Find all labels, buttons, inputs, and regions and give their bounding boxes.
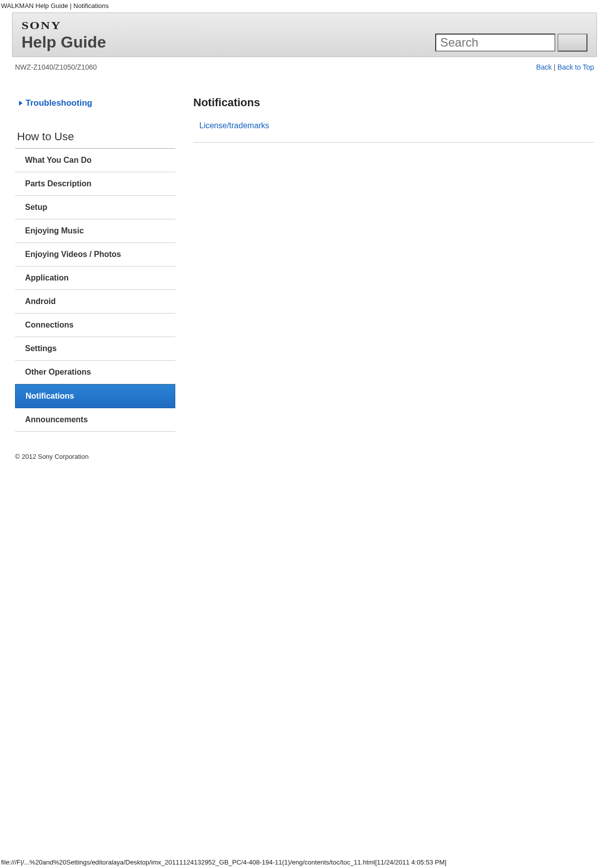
- content-row: Troubleshooting How to Use What You Can …: [12, 76, 597, 437]
- back-link[interactable]: Back: [536, 63, 552, 71]
- sidebar-item-application[interactable]: Application: [15, 266, 175, 290]
- search-input[interactable]: [435, 34, 555, 52]
- page-container: SONY Help Guide NWZ-Z1040/Z1050/Z1060 Ba…: [0, 13, 609, 465]
- sidebar-item-notifications[interactable]: Notifications: [15, 384, 175, 408]
- header-bar: SONY Help Guide: [12, 13, 597, 57]
- how-to-use-heading: How to Use: [15, 130, 175, 149]
- sidebar-item-other-operations[interactable]: Other Operations: [15, 361, 175, 384]
- back-to-top-link[interactable]: Back to Top: [557, 63, 594, 71]
- separator: |: [552, 63, 557, 71]
- sidebar-item-enjoying-music[interactable]: Enjoying Music: [15, 219, 175, 243]
- sidebar-item-what-you-can-do[interactable]: What You Can Do: [15, 149, 175, 172]
- sidebar: Troubleshooting How to Use What You Can …: [15, 96, 175, 432]
- back-links: Back | Back to Top: [536, 63, 594, 71]
- sidebar-item-connections[interactable]: Connections: [15, 314, 175, 337]
- page-title: Help Guide: [22, 33, 106, 52]
- nav-list: What You Can Do Parts Description Setup …: [15, 149, 175, 432]
- troubleshooting-label: Troubleshooting: [26, 98, 92, 108]
- model-number: NWZ-Z1040/Z1050/Z1060: [15, 63, 97, 71]
- header-left: SONY Help Guide: [22, 19, 106, 52]
- brand-logo: SONY: [22, 19, 119, 32]
- search-form: [435, 34, 587, 52]
- main-title: Notifications: [193, 96, 594, 109]
- license-trademarks-link[interactable]: License/trademarks: [193, 121, 594, 138]
- sidebar-item-announcements[interactable]: Announcements: [15, 408, 175, 432]
- main-content: Notifications License/trademarks: [193, 96, 594, 143]
- sidebar-item-parts-description[interactable]: Parts Description: [15, 172, 175, 196]
- sidebar-item-enjoying-videos-photos[interactable]: Enjoying Videos / Photos: [15, 243, 175, 266]
- copyright: © 2012 Sony Corporation: [12, 437, 597, 465]
- sidebar-item-settings[interactable]: Settings: [15, 337, 175, 361]
- browser-tab-title: WALKMAN Help Guide | Notifications: [0, 0, 609, 13]
- sidebar-item-android[interactable]: Android: [15, 290, 175, 314]
- chevron-right-icon: [19, 101, 23, 106]
- divider: [193, 142, 594, 143]
- sidebar-item-setup[interactable]: Setup: [15, 196, 175, 219]
- troubleshooting-link[interactable]: Troubleshooting: [15, 96, 175, 110]
- search-button[interactable]: [557, 34, 587, 52]
- subheader-row: NWZ-Z1040/Z1050/Z1060 Back | Back to Top: [12, 57, 597, 76]
